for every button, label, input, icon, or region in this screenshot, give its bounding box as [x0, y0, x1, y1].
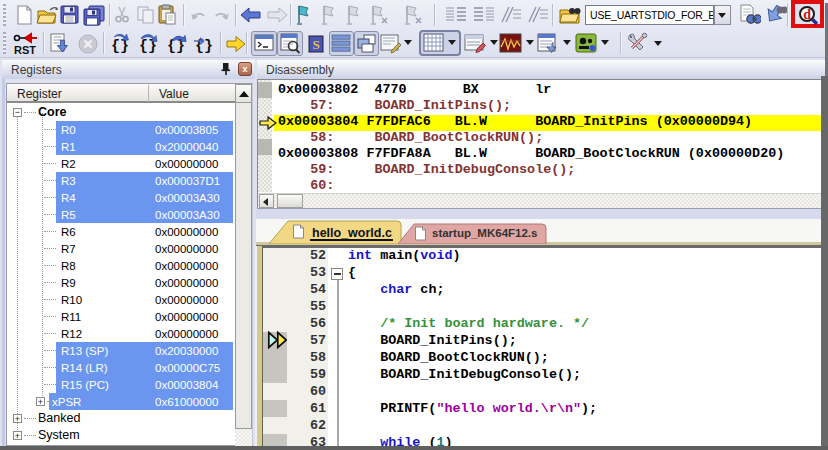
svg-text:S: S [312, 37, 319, 52]
svg-text:d: d [803, 7, 811, 22]
svg-text:{}: {} [111, 38, 129, 55]
svg-text:RST: RST [14, 44, 36, 56]
